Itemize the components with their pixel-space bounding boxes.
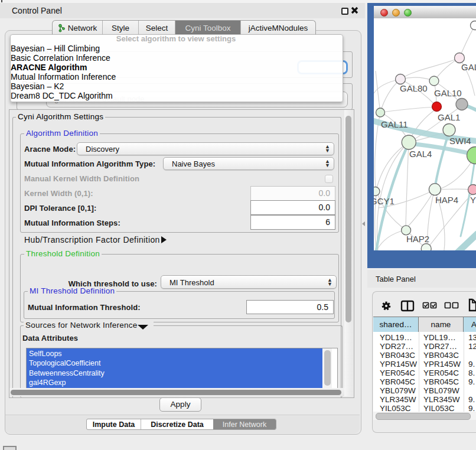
svg-text:HAP2: HAP2 xyxy=(406,234,429,244)
svg-text:GAL10: GAL10 xyxy=(434,88,462,98)
svg-text:GCY1: GCY1 xyxy=(374,196,395,206)
svg-text:GAL80: GAL80 xyxy=(400,83,428,93)
svg-text:GAL4: GAL4 xyxy=(409,149,432,159)
svg-text:GAL1: GAL1 xyxy=(438,112,460,122)
svg-text:GAL11: GAL11 xyxy=(381,119,408,129)
svg-text:SWI4: SWI4 xyxy=(449,136,471,146)
svg-text:YM: YM xyxy=(470,195,476,205)
svg-text:HAP4: HAP4 xyxy=(435,195,458,205)
svg-text:GAL7: GAL7 xyxy=(461,62,476,72)
